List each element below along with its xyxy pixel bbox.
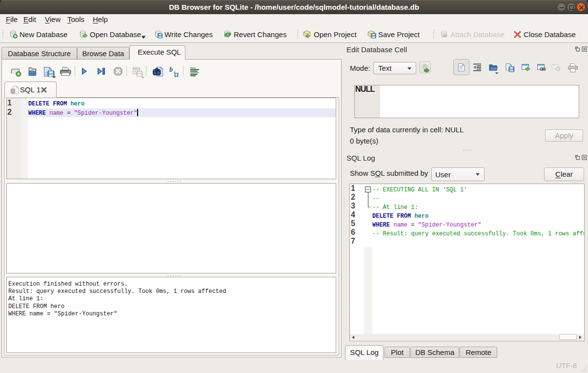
svg-text:a: a (174, 69, 179, 79)
svg-text:b: b (169, 66, 173, 73)
